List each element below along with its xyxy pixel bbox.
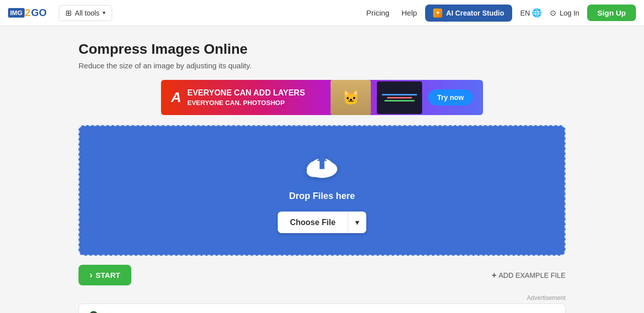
chevron-down-icon: ▾ (103, 10, 106, 16)
nav-links: Pricing Help (366, 9, 417, 17)
language-button[interactable]: EN 🌐 (520, 8, 542, 18)
main-content: Compress Images Online Reduce the size o… (70, 26, 574, 313)
add-example-label: ADD EXAMPLE FILE (499, 271, 566, 279)
page-title: Compress Images Online (78, 41, 566, 57)
nav-help[interactable]: Help (401, 9, 417, 17)
ad-banner: A EVERYONE CAN ADD LAYERS EVERYONE CAN. … (161, 80, 483, 115)
language-label: EN (520, 9, 530, 17)
header: IMG 2 GO ⊞ All tools ▾ Pricing Help ✦ AI… (0, 0, 644, 26)
add-example-button[interactable]: + ADD EXAMPLE FILE (492, 271, 566, 280)
start-label: START (96, 271, 120, 279)
grid-icon: ⊞ (65, 9, 72, 18)
drop-files-text: Drop Files here (289, 191, 355, 201)
signup-button[interactable]: Sign Up (587, 5, 636, 21)
start-chevron-icon: › (90, 270, 93, 280)
plus-icon: + (492, 271, 497, 280)
ad-note: Advertisement (78, 294, 566, 301)
choose-file-wrapper: Choose File ▾ (278, 212, 366, 233)
page-subtitle: Reduce the size of an image by adjusting… (78, 61, 566, 70)
ai-creator-label: AI Creator Studio (446, 9, 504, 17)
quality-option-row: Best Quality (79, 304, 565, 313)
ad-screen (377, 81, 422, 114)
upload-area[interactable]: Drop Files here Choose File ▾ (78, 125, 566, 256)
upload-cloud-icon (302, 148, 342, 185)
quality-label: Best Quality (104, 311, 145, 314)
all-tools-label: All tools (75, 9, 100, 17)
all-tools-button[interactable]: ⊞ All tools ▾ (59, 5, 112, 21)
options-section: Best Quality (78, 303, 566, 313)
choose-file-dropdown-button[interactable]: ▾ (348, 212, 366, 233)
ad-adobe-logo: A (171, 89, 181, 106)
ai-creator-button[interactable]: ✦ AI Creator Studio (425, 5, 512, 22)
nav-pricing[interactable]: Pricing (366, 9, 389, 17)
logo[interactable]: IMG 2 GO (8, 7, 47, 19)
login-button[interactable]: ⊙ Log In (550, 9, 579, 18)
ai-icon: ✦ (433, 9, 442, 18)
login-icon: ⊙ (550, 9, 556, 18)
globe-icon: 🌐 (532, 8, 542, 18)
bottom-toolbar: › START + ADD EXAMPLE FILE (78, 265, 566, 285)
ad-cat-image: 🐱 (331, 80, 371, 115)
ad-try-button[interactable]: Try now (428, 89, 473, 106)
choose-file-button[interactable]: Choose File (278, 212, 348, 233)
login-label: Log In (559, 9, 579, 17)
ad-text: EVERYONE CAN ADD LAYERS EVERYONE CAN. PH… (187, 87, 325, 108)
quality-radio[interactable] (89, 311, 98, 313)
start-button[interactable]: › START (78, 265, 131, 285)
